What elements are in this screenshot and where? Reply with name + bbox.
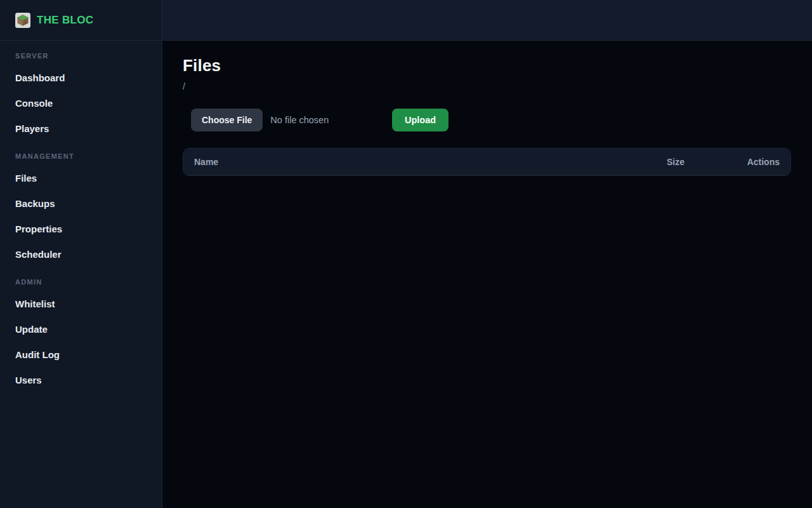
table-header-row: Name Size Actions	[183, 149, 790, 175]
sidebar-item-users[interactable]: Users	[0, 367, 162, 392]
sidebar-item-update[interactable]: Update	[0, 316, 162, 342]
sidebar-item-dashboard[interactable]: Dashboard	[0, 65, 162, 90]
file-table: Name Size Actions	[183, 148, 791, 176]
file-input[interactable]: Choose File No file chosen	[183, 109, 392, 131]
sidebar-section-items: Dashboard Console Players	[0, 65, 162, 141]
sidebar-item-backups[interactable]: Backups	[0, 190, 162, 216]
sidebar-section: MANAGEMENT Files Backups Properties Sche…	[0, 152, 162, 267]
sidebar-section: SERVER Dashboard Console Players	[0, 52, 162, 141]
sidebar: THE BLOC SERVER Dashboard Console Player…	[0, 0, 162, 508]
sidebar-section-items: Whitelist Update Audit Log Users	[0, 291, 162, 392]
sidebar-item-files[interactable]: Files	[0, 165, 162, 190]
breadcrumb-path: /	[183, 81, 791, 91]
sidebar-item-whitelist[interactable]: Whitelist	[0, 291, 162, 316]
sidebar-item-players[interactable]: Players	[0, 116, 162, 141]
column-header-size: Size	[615, 157, 684, 167]
upload-row: Choose File No file chosen Upload	[183, 109, 791, 131]
column-header-name: Name	[194, 157, 615, 167]
brand-header[interactable]: THE BLOC	[0, 0, 162, 41]
sidebar-item-console[interactable]: Console	[0, 90, 162, 116]
sidebar-item-scheduler[interactable]: Scheduler	[0, 241, 162, 267]
choose-file-button[interactable]: Choose File	[191, 109, 263, 131]
sidebar-section-label: SERVER	[0, 52, 162, 60]
column-header-actions: Actions	[684, 157, 780, 167]
sidebar-nav: SERVER Dashboard Console Players MANAGEM…	[0, 41, 162, 392]
sidebar-item-properties[interactable]: Properties	[0, 216, 162, 241]
no-file-chosen-text: No file chosen	[270, 115, 329, 125]
page-title: Files	[183, 56, 791, 76]
sidebar-section-label: ADMIN	[0, 278, 162, 286]
upload-button[interactable]: Upload	[392, 109, 449, 131]
content: Files / Choose File No file chosen Uploa…	[162, 41, 812, 176]
sidebar-section-label: MANAGEMENT	[0, 152, 162, 160]
sidebar-section: ADMIN Whitelist Update Audit Log Users	[0, 278, 162, 392]
grass-block-logo	[15, 13, 30, 28]
sidebar-item-audit-log[interactable]: Audit Log	[0, 342, 162, 367]
topbar	[162, 0, 812, 41]
main-area: Files / Choose File No file chosen Uploa…	[162, 0, 812, 508]
brand-name: THE BLOC	[37, 14, 93, 27]
sidebar-section-items: Files Backups Properties Scheduler	[0, 165, 162, 267]
